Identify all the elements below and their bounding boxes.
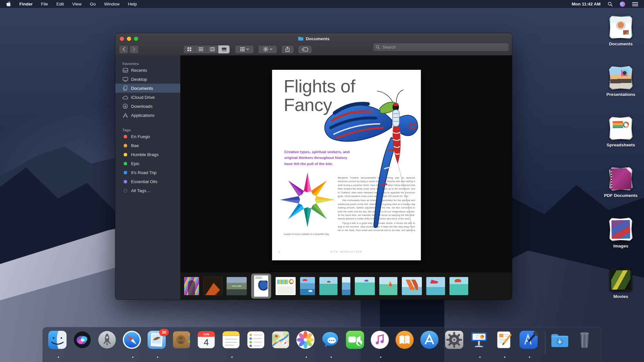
sidebar-tag-humble-brags[interactable]: Humble Brags: [115, 150, 180, 159]
menu-item-view[interactable]: View: [72, 2, 81, 6]
sidebar-item-label: Downloads: [131, 104, 153, 109]
dock-item-safari[interactable]: [122, 330, 144, 358]
tag-color-icon: [122, 180, 128, 183]
dock-item-downloads[interactable]: [550, 330, 572, 358]
tag-color-icon: [122, 189, 128, 192]
thumbnail-sea1[interactable]: [319, 277, 337, 295]
apple-menu-icon[interactable]: [6, 1, 11, 7]
spreadsheets-stack-icon: [609, 116, 633, 140]
sidebar-tag-epic[interactable]: Epic: [115, 159, 180, 168]
dock-item-calendar[interactable]: JUN4: [197, 330, 218, 358]
action-button[interactable]: [258, 45, 277, 53]
dock-item-pages[interactable]: [494, 330, 516, 358]
thumbnail-kitesport[interactable]: [300, 277, 315, 295]
search-field[interactable]: [373, 43, 509, 51]
tag-color-icon: [122, 171, 128, 174]
dock-item-notes[interactable]: [222, 330, 243, 358]
thumbnail-kiteteal[interactable]: [450, 277, 468, 295]
dock-item-itunes[interactable]: [370, 330, 392, 358]
dock-item-appstore[interactable]: [420, 330, 441, 358]
sidebar-tag-essential-oils[interactable]: Essential Oils: [115, 177, 180, 186]
menu-item-window[interactable]: Window: [104, 2, 119, 6]
thumbnail-fof[interactable]: [254, 275, 268, 297]
dock-item-trash[interactable]: [575, 330, 596, 358]
search-icon: [376, 45, 380, 49]
menu-item-finder[interactable]: Finder: [19, 2, 33, 6]
thumbnail-iceland[interactable]: ICELAND: [227, 277, 247, 295]
view-gallery-button[interactable]: [218, 45, 230, 53]
documents-icon: [122, 86, 128, 91]
notification-center-icon[interactable]: [632, 2, 638, 6]
icloud-icon: [122, 95, 128, 99]
menu-item-help[interactable]: Help: [128, 2, 137, 6]
dock-item-maps[interactable]: [271, 330, 292, 358]
finder-window: Documents: [115, 33, 512, 300]
sidebar-item-icloud-drive[interactable]: iCloud Drive: [115, 93, 180, 102]
desktop-stack-presentations[interactable]: Presentations: [601, 66, 640, 97]
thumbnail-tall[interactable]: [342, 277, 350, 295]
menu-item-file[interactable]: File: [41, 2, 48, 6]
sidebar-tag-bae[interactable]: Bae: [115, 141, 180, 150]
dock-item-launchpad[interactable]: [98, 330, 119, 358]
dock-item-reminders[interactable]: [246, 330, 268, 358]
desktop-stack-spreadsheets[interactable]: Spreadsheets: [601, 116, 640, 147]
group-button[interactable]: [235, 45, 254, 53]
sidebar-tag-it-s-road-trip[interactable]: It's Road Trip: [115, 168, 180, 177]
sidebar-tag-en-fuego[interactable]: En Fuego: [115, 132, 180, 141]
dock-item-facetime[interactable]: [346, 330, 367, 358]
thumbnail-kitered[interactable]: [426, 277, 445, 295]
dock-item-photos[interactable]: [296, 330, 317, 358]
dock-item-mail[interactable]: 30: [147, 330, 168, 358]
back-button[interactable]: [119, 45, 128, 53]
thumbnail-darkkite[interactable]: [204, 277, 222, 295]
dock-item-contacts[interactable]: [172, 330, 193, 358]
search-input[interactable]: [382, 44, 506, 50]
thumbnail-windorange[interactable]: [402, 277, 422, 295]
desktop-stack-movies[interactable]: Movies: [601, 268, 640, 299]
running-indicator: [58, 357, 59, 358]
desktop-stack-documents[interactable]: Documents: [601, 15, 640, 46]
view-icons-button[interactable]: [184, 45, 195, 53]
recents-icon: [122, 68, 128, 73]
thumbnail-chart[interactable]: [276, 277, 296, 295]
dock-item-siri[interactable]: [73, 330, 94, 358]
siri-menu-icon[interactable]: [620, 2, 625, 7]
dock-item-keynote[interactable]: [469, 330, 491, 358]
thumbnail-woman[interactable]: [184, 277, 199, 295]
images-stack-icon: [609, 218, 633, 241]
dock-item-messages[interactable]: [321, 330, 342, 358]
movies-stack-icon: [609, 268, 633, 292]
menu-item-go[interactable]: Go: [90, 2, 96, 6]
forward-button[interactable]: [129, 45, 138, 53]
tag-button[interactable]: [298, 45, 312, 53]
sidebar-tag-all-tags-[interactable]: All Tags…: [115, 186, 180, 195]
thumbnail-windgreen[interactable]: [379, 277, 397, 295]
tag-color-icon: [122, 162, 128, 165]
toolbar: [115, 43, 512, 55]
sidebar-item-downloads[interactable]: Downloads: [115, 102, 180, 111]
share-button[interactable]: [281, 45, 294, 53]
thumbnail-selected[interactable]: [251, 274, 271, 299]
sidebar-item-label: Applications: [131, 113, 155, 118]
thumbnail-strip: ICELAND: [180, 272, 512, 300]
sidebar-item-documents[interactable]: Documents: [115, 84, 180, 93]
spotlight-icon[interactable]: [608, 2, 613, 7]
stack-label: Images: [601, 244, 640, 248]
desktop-icon: [122, 77, 128, 82]
document-preview[interactable]: Flights of Fancy Creative types, spiritu…: [272, 70, 421, 260]
thumbnail-tealkite[interactable]: [355, 277, 375, 295]
desktop-stack-images[interactable]: Images: [601, 218, 640, 248]
desktop-stack-pdf[interactable]: PDF Documents: [601, 167, 640, 198]
dock-item-settings[interactable]: [445, 330, 466, 358]
sidebar-item-recents[interactable]: Recents: [115, 66, 180, 75]
stack-label: Movies: [601, 294, 640, 299]
sidebar-item-applications[interactable]: Applications: [115, 111, 180, 120]
dock-item-books[interactable]: [395, 330, 416, 358]
dock-item-xcode[interactable]: [519, 330, 540, 358]
dock-item-finder[interactable]: [48, 330, 69, 358]
menu-clock[interactable]: Mon 11:42 AM: [572, 2, 601, 6]
sidebar-item-desktop[interactable]: Desktop: [115, 75, 180, 84]
menu-item-edit[interactable]: Edit: [56, 2, 64, 6]
view-list-button[interactable]: [195, 45, 207, 53]
view-columns-button[interactable]: [207, 45, 218, 53]
